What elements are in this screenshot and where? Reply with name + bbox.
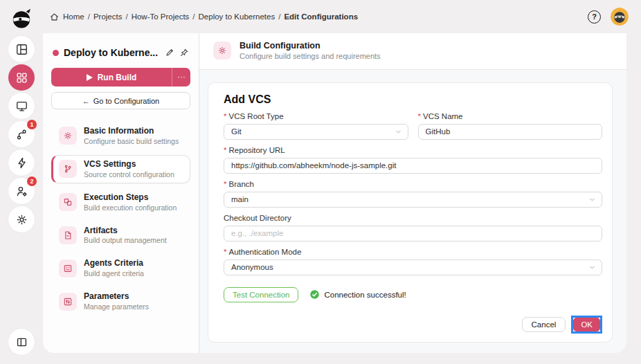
nav-item-subtitle: Configure basic build settings (84, 137, 179, 145)
checkout-directory-input[interactable] (224, 226, 602, 242)
rail-item-projects[interactable] (8, 64, 35, 91)
chevron-down-icon (395, 128, 402, 136)
steps-blocks-icon (59, 193, 77, 211)
required-marker: * (224, 146, 226, 154)
topbar: Home / Projects / How-To Projects / Depl… (43, 0, 641, 33)
app-window: 1 2 (0, 0, 641, 364)
main-header: Build Configuration Configure build sett… (199, 33, 626, 70)
rail-item-users[interactable]: 2 (8, 178, 35, 204)
cancel-button[interactable]: Cancel (522, 317, 566, 332)
user-gear-icon (15, 185, 28, 198)
go-to-configuration-label: Go to Configuration (93, 97, 159, 105)
ok-button[interactable]: OK (573, 318, 600, 331)
git-branch-icon (59, 160, 77, 178)
vcs-name-input[interactable] (418, 124, 603, 140)
users-badge: 2 (27, 176, 37, 186)
project-status-dot (53, 50, 59, 56)
rail-item-dashboard[interactable] (8, 36, 35, 62)
nav-item-agents-criteria[interactable]: Agents Criteria Build agent criteria (51, 254, 190, 282)
rail-item-activity[interactable] (8, 149, 35, 176)
breadcrumb-separator: / (192, 12, 195, 21)
run-build-more-button[interactable]: ··· (172, 68, 190, 87)
connection-status-text: Connection successful! (324, 291, 406, 299)
authentication-mode-field: *Authentication Mode Anonymous (224, 248, 602, 275)
panel-left-icon (15, 336, 28, 349)
projects-grid-icon (15, 71, 28, 84)
go-to-configuration-button[interactable]: ← Go to Configuration (51, 92, 190, 109)
ok-button-focus-ring: OK (571, 316, 602, 334)
nav-item-title: VCS Settings (84, 160, 174, 170)
authentication-mode-value: Anonymous (231, 263, 273, 271)
form-title: Add VCS (224, 93, 602, 106)
rail-item-settings[interactable] (8, 206, 35, 233)
nav-item-subtitle: Build output management (84, 236, 167, 244)
nav-item-basic-information[interactable]: Basic Information Configure basic build … (51, 122, 190, 150)
checkout-directory-field: Checkout Directory (224, 214, 602, 242)
required-marker: * (224, 180, 226, 188)
branch-select[interactable]: main (224, 192, 602, 208)
nav-item-subtitle: Build execution configuration (84, 203, 177, 212)
nav-item-subtitle: Build agent criteria (84, 269, 144, 277)
rail-item-agents[interactable] (8, 93, 35, 119)
icon-rail: 1 2 (0, 0, 43, 364)
gear-icon (15, 213, 28, 226)
required-marker: * (418, 112, 421, 120)
project-title: Deploy to Kuberne... (64, 47, 160, 58)
brand-logo-ninja[interactable] (8, 6, 35, 32)
vcs-root-type-label: *VCS Root Type (224, 112, 408, 120)
dashboard-layout-icon (15, 43, 28, 56)
vcs-name-field: *VCS Name (418, 112, 603, 140)
edit-pencil-icon[interactable] (165, 48, 174, 57)
nav-item-parameters[interactable]: Parameters Manage parameters (51, 287, 190, 316)
nav-item-title: Execution Steps (84, 193, 177, 203)
rail-item-builds[interactable]: 1 (8, 121, 35, 147)
nav-item-title: Parameters (84, 292, 149, 302)
help-button[interactable]: ? (588, 10, 601, 24)
monitor-icon (15, 100, 28, 113)
project-sidebar: Deploy to Kuberne... Run Build ··· (43, 33, 199, 353)
nav-item-title: Agents Criteria (84, 259, 144, 269)
success-check-icon (309, 289, 320, 300)
nav-item-artifacts[interactable]: Artifacts Build output management (51, 221, 190, 250)
breadcrumb-home[interactable]: Home (63, 12, 84, 21)
test-connection-button[interactable]: Test Connection (224, 287, 298, 302)
required-marker: * (224, 112, 226, 120)
nav-item-title: Basic Information (84, 127, 179, 136)
nav-item-vcs-settings[interactable]: VCS Settings Source control configuratio… (51, 155, 190, 183)
breadcrumb-edit-configurations: Edit Configurations (284, 12, 358, 21)
repository-url-label: *Repository URL (224, 146, 602, 154)
repository-url-input[interactable] (224, 158, 602, 174)
sliders-icon (59, 293, 77, 311)
breadcrumb-projects[interactable]: Projects (93, 12, 123, 21)
vcs-root-type-value: Git (231, 127, 242, 136)
run-build-button[interactable]: Run Build (51, 68, 172, 87)
breadcrumb-separator: / (278, 12, 280, 21)
connection-status: Connection successful! (309, 289, 406, 300)
chevron-down-icon (588, 196, 596, 203)
branch-field: *Branch main (224, 180, 602, 208)
back-arrow-icon: ← (82, 97, 90, 105)
breadcrumb-deploy-to-kubernetes[interactable]: Deploy to Kubernetes (199, 12, 276, 21)
rail-collapse-sidebar-button[interactable] (8, 329, 35, 355)
repository-url-field: *Repository URL (224, 146, 602, 174)
chevron-down-icon (588, 264, 596, 271)
breadcrumb: Home / Projects / How-To Projects / Depl… (50, 12, 358, 21)
branch-label: *Branch (224, 180, 602, 188)
pin-icon[interactable] (179, 48, 189, 57)
authentication-mode-select[interactable]: Anonymous (224, 260, 602, 275)
add-vcs-form-card: Add VCS *VCS Root Type Git *VCS Name (208, 82, 613, 343)
user-avatar[interactable] (611, 8, 629, 26)
nav-item-execution-steps[interactable]: Execution Steps Build execution configur… (51, 188, 190, 217)
breadcrumb-separator: / (125, 12, 127, 21)
branch-value: main (231, 195, 249, 203)
page-subtitle: Configure build settings and requirement… (240, 51, 381, 61)
git-builds-icon (15, 128, 28, 141)
play-icon (87, 74, 93, 81)
required-marker: * (224, 248, 226, 256)
authentication-mode-label: *Authentication Mode (224, 248, 602, 256)
build-config-gear-icon (213, 42, 231, 60)
file-document-icon (59, 226, 77, 244)
breadcrumb-separator: / (88, 12, 90, 21)
vcs-root-type-select[interactable]: Git (224, 124, 408, 140)
breadcrumb-howto-projects[interactable]: How-To Projects (132, 12, 190, 21)
